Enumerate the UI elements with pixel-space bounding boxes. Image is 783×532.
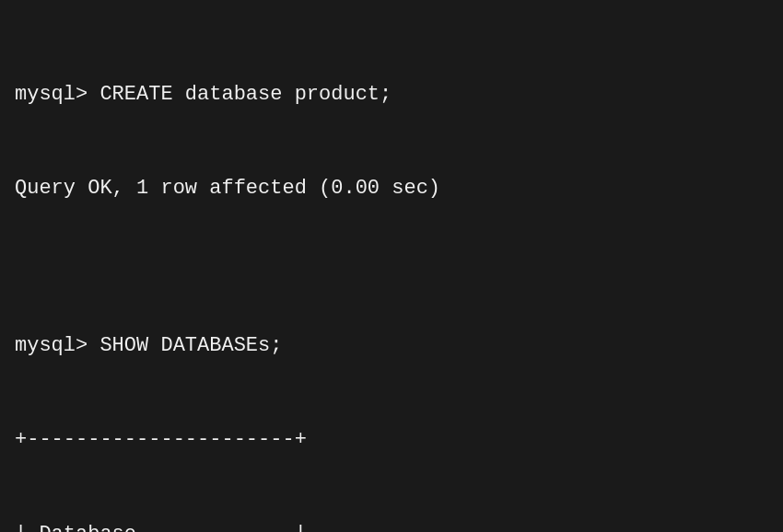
terminal-line-6: | Database | <box>15 519 768 533</box>
terminal-window[interactable]: mysql> CREATE database product; Query OK… <box>0 0 783 532</box>
terminal-line-5: +----------------------+ <box>15 424 768 456</box>
terminal-line-4: mysql> SHOW DATABASEs; <box>15 330 768 362</box>
terminal-line-1: mysql> CREATE database product; <box>15 79 768 110</box>
terminal-line-2: Query OK, 1 row affected (0.00 sec) <box>15 173 768 204</box>
